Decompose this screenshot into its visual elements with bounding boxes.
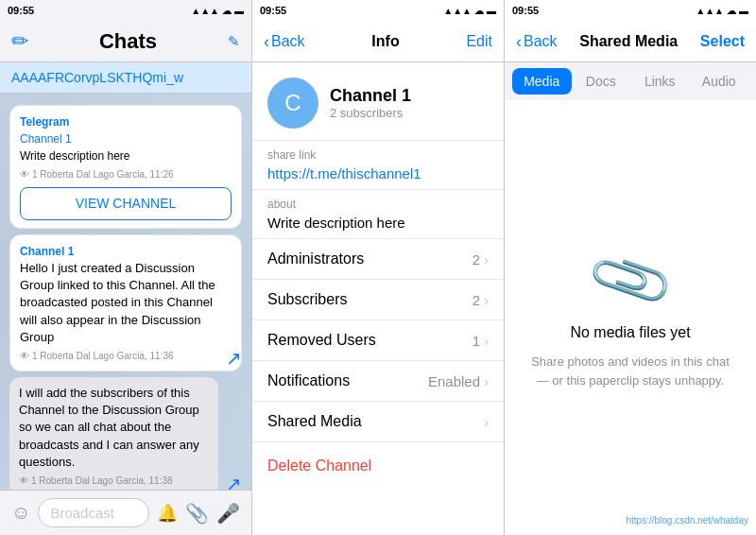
notifications-value: Enabled ›: [428, 373, 489, 389]
channel1-label: Channel 1: [20, 130, 232, 147]
subscribers-count: 2 ›: [472, 292, 489, 308]
status-bar-left: 09:55 ▲▲▲ ☁ ▬: [0, 0, 251, 21]
back-button-info[interactable]: ‹ Back: [264, 33, 305, 50]
status-bar-mid: 09:55 ▲▲▲ ☁ ▬: [252, 0, 504, 21]
plain-body: I will add the subscribers of this Chann…: [19, 385, 209, 471]
tab-audio[interactable]: Audio: [690, 68, 749, 95]
system-body: Write description here: [20, 147, 232, 164]
shared-media-chevron: ›: [484, 414, 489, 430]
battery-icon-right: ▬: [739, 6, 748, 16]
removed-users-label: Removed Users: [267, 332, 376, 349]
compose-icon[interactable]: ✎: [228, 33, 240, 50]
chats-title: Chats: [99, 29, 157, 54]
mic-icon[interactable]: 🎤: [216, 502, 240, 525]
system-meta: 👁 1 Roberta Dal Lago Garcia, 11:26: [20, 167, 232, 181]
edit-icon[interactable]: ✏: [11, 29, 28, 54]
wifi-icon-mid: ☁: [474, 6, 484, 16]
time-left: 09:55: [8, 5, 34, 16]
back-button-media[interactable]: ‹ Back: [516, 33, 558, 50]
subscribers-label: Subscribers: [267, 291, 347, 308]
media-empty-subtitle: Share photos and videos in this chat— or…: [531, 353, 730, 389]
media-empty-state: 📎 No media files yet Share photos and vi…: [505, 100, 756, 535]
chat-panel: 09:55 ▲▲▲ ☁ ▬ ✏ Chats ✎ AAAAFRCorvpLSKTH…: [0, 0, 252, 535]
info-title: Info: [305, 33, 467, 50]
eye-icon-3: 👁: [19, 474, 28, 488]
msg-body-1: Hello I just created a Discussion Group …: [20, 260, 232, 346]
shared-media-title: Shared Media: [558, 33, 700, 50]
info-nav-bar: ‹ Back Info Edit: [252, 21, 504, 62]
tab-media[interactable]: Media: [512, 68, 572, 95]
plain-message: I will add the subscribers of this Chann…: [9, 377, 242, 490]
battery-icon: ▬: [234, 6, 244, 16]
bottom-bar: ☺ Broadcast 🔔 📎 🎤: [0, 490, 251, 535]
select-button[interactable]: Select: [700, 33, 745, 50]
share-link-section: share link https://t.me/thischannel1: [252, 141, 504, 190]
removed-users-row[interactable]: Removed Users 1 ›: [252, 320, 504, 361]
status-icons-right: ▲▲▲ ☁ ▬: [696, 6, 748, 16]
channel-name: Channel 1: [330, 86, 411, 106]
signal-icon: ▲▲▲: [191, 6, 219, 16]
chevron-icon-media: ›: [484, 414, 489, 430]
status-icons-mid: ▲▲▲ ☁ ▬: [443, 6, 496, 16]
attach-icon[interactable]: 📎: [185, 502, 209, 525]
signal-icon-mid: ▲▲▲: [443, 6, 472, 16]
signal-icon-right: ▲▲▲: [696, 6, 724, 16]
channel-name-1: Channel 1: [20, 243, 232, 260]
broadcast-input[interactable]: Broadcast: [38, 498, 149, 527]
watermark: https://blog.csdn.net/whatday: [626, 515, 748, 526]
status-icons-left: ▲▲▲ ☁ ▬: [191, 6, 244, 16]
notifications-label: Notifications: [267, 372, 350, 389]
battery-icon-mid: ▬: [487, 6, 496, 16]
view-channel-button[interactable]: VIEW CHANNEL: [20, 187, 232, 220]
time-mid: 09:55: [260, 5, 286, 16]
back-chevron-media-icon: ‹: [516, 33, 522, 50]
administrators-count: 2 ›: [472, 251, 489, 268]
about-value: Write description here: [267, 215, 489, 231]
share-icon-1[interactable]: ↗: [226, 347, 242, 370]
removed-users-count: 1 ›: [472, 333, 489, 349]
shared-media-label: Shared Media: [267, 413, 362, 430]
system-message: Telegram Channel 1 Write description her…: [9, 105, 242, 229]
chats-nav-bar: ✏ Chats ✎: [0, 21, 251, 62]
administrators-row[interactable]: Administrators 2 ›: [252, 239, 504, 280]
back-label-info: Back: [271, 33, 305, 50]
eye-icon-2: 👁: [20, 349, 29, 363]
edit-button[interactable]: Edit: [466, 33, 492, 50]
paperclip-icon: 📎: [583, 233, 678, 326]
subscribers-row[interactable]: Subscribers 2 ›: [252, 280, 504, 320]
wifi-icon: ☁: [222, 6, 232, 16]
broadcast-placeholder: Broadcast: [50, 505, 114, 521]
info-channel-header: C Channel 1 2 subscribers: [252, 62, 504, 141]
tab-docs[interactable]: Docs: [572, 68, 631, 95]
delete-channel-button[interactable]: Delete Channel: [252, 442, 504, 490]
chevron-icon-admin: ›: [484, 251, 489, 268]
administrators-label: Administrators: [267, 250, 364, 268]
about-section: about Write description here: [252, 190, 504, 239]
sticker-icon[interactable]: ☺: [11, 502, 30, 524]
share-link-value[interactable]: https://t.me/thischannel1: [267, 165, 489, 181]
notifications-row[interactable]: Notifications Enabled ›: [252, 361, 504, 402]
shared-media-nav-bar: ‹ Back Shared Media Select: [505, 21, 756, 62]
notification-icon[interactable]: 🔔: [157, 503, 178, 524]
chevron-icon-notif: ›: [484, 373, 489, 389]
chevron-icon-subs: ›: [484, 292, 489, 308]
eye-icon: 👁: [20, 167, 29, 181]
wifi-icon-right: ☁: [727, 6, 736, 16]
time-right: 09:55: [512, 5, 539, 16]
msg-meta-1: 👁 1 Roberta Dal Lago Garcia, 11:36: [20, 349, 232, 363]
back-chevron-icon: ‹: [264, 33, 269, 50]
messages-area[interactable]: Telegram Channel 1 Write description her…: [0, 94, 251, 490]
plain-meta: 👁 1 Roberta Dal Lago Garcia, 11:38: [19, 474, 209, 488]
info-panel: 09:55 ▲▲▲ ☁ ▬ ‹ Back Info Edit C Channel…: [252, 0, 505, 535]
share-icon-2[interactable]: ↗: [226, 473, 242, 490]
tab-links[interactable]: Links: [630, 68, 690, 95]
shared-media-row[interactable]: Shared Media ›: [252, 402, 504, 442]
shared-media-panel: 09:55 ▲▲▲ ☁ ▬ ‹ Back Shared Media Select…: [505, 0, 756, 535]
status-bar-right: 09:55 ▲▲▲ ☁ ▬: [505, 0, 756, 21]
channel-info: Channel 1 2 subscribers: [330, 86, 411, 120]
channel-avatar: C: [267, 78, 318, 129]
top-link[interactable]: AAAAFRCorvpLSKTHQmi_w: [0, 62, 251, 94]
media-empty-title: No media files yet: [570, 324, 690, 341]
media-tabs: Media Docs Links Audio: [505, 62, 756, 100]
back-label-media: Back: [524, 33, 558, 50]
